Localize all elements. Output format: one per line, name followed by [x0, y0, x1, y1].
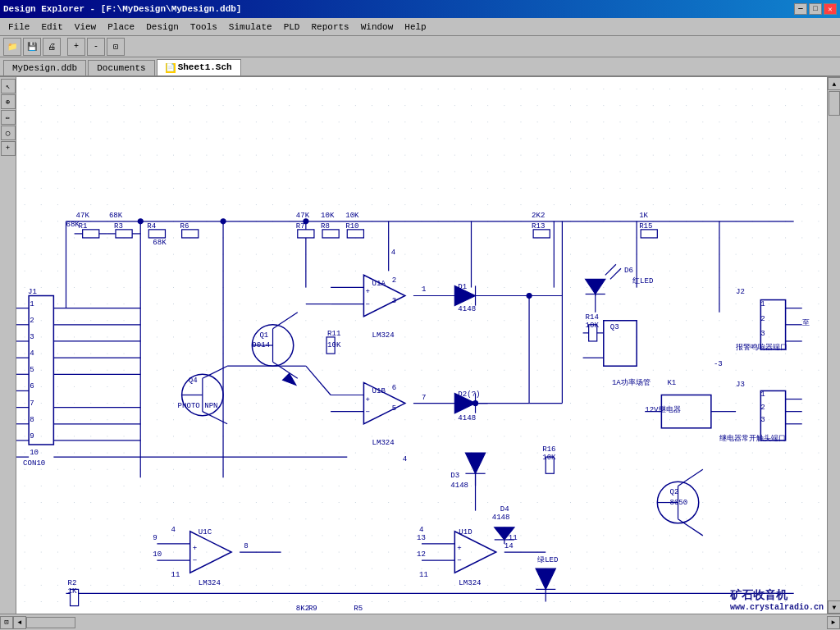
- svg-text:1: 1: [760, 390, 765, 399]
- left-tool-3[interactable]: ✏: [1, 110, 16, 125]
- toolbar-zoom-out[interactable]: -: [87, 38, 105, 56]
- h-scroll-thumb[interactable]: [26, 617, 75, 628]
- svg-text:R4: R4: [147, 221, 156, 231]
- svg-text:Q2: Q2: [669, 487, 678, 496]
- menu-tools[interactable]: Tools: [185, 21, 222, 34]
- svg-text:1K: 1K: [68, 587, 77, 596]
- svg-text:14: 14: [504, 541, 514, 550]
- svg-text:9: 9: [153, 533, 157, 542]
- menu-window[interactable]: Window: [356, 21, 399, 34]
- h-scroll-right-button[interactable]: ►: [827, 616, 840, 629]
- minimize-button[interactable]: —: [794, 3, 807, 15]
- svg-text:−: −: [365, 300, 369, 309]
- menu-help[interactable]: Help: [399, 21, 431, 34]
- menu-simulate[interactable]: Simulate: [224, 21, 277, 34]
- left-tool-4[interactable]: ◯: [1, 126, 16, 140]
- bottom-area: ⊡ ◄ ►: [0, 614, 840, 630]
- svg-text:20K: 20K: [352, 612, 366, 614]
- toolbar-print[interactable]: 🖨: [43, 38, 61, 56]
- h-scroll-track[interactable]: [26, 616, 827, 629]
- toolbar-save[interactable]: 💾: [23, 38, 41, 56]
- toolbar-fit[interactable]: ⊡: [107, 38, 125, 56]
- scroll-thumb[interactable]: [829, 91, 840, 116]
- menu-reports[interactable]: Reports: [306, 21, 354, 34]
- svg-text:9: 9: [30, 431, 34, 441]
- svg-text:6: 6: [392, 383, 396, 392]
- svg-text:D1: D1: [458, 282, 467, 291]
- left-tool-1[interactable]: ↖: [1, 79, 16, 94]
- left-tool-2[interactable]: ⊕: [1, 94, 16, 109]
- svg-point-132: [138, 219, 143, 224]
- svg-text:U1A: U1A: [372, 279, 386, 288]
- menu-design[interactable]: Design: [141, 21, 184, 34]
- svg-text:R1: R1: [79, 221, 88, 231]
- menu-pld[interactable]: PLD: [279, 21, 305, 34]
- svg-text:继电器常开触头端口: 继电器常开触头端口: [719, 434, 786, 443]
- menu-file[interactable]: File: [3, 21, 34, 34]
- svg-text:D6: D6: [624, 266, 633, 275]
- maximize-button[interactable]: □: [809, 3, 822, 15]
- svg-text:CON10: CON10: [23, 459, 45, 468]
- svg-text:+: +: [457, 544, 461, 553]
- svg-text:PHOTO NPN: PHOTO NPN: [178, 401, 218, 410]
- svg-text:红LED: 红LED: [632, 276, 653, 285]
- scroll-down-button[interactable]: ▼: [828, 600, 840, 614]
- svg-text:R11: R11: [327, 329, 340, 338]
- close-button[interactable]: ✕: [824, 3, 837, 15]
- title-text: Design Explorer - [F:\MyDesign\MyDesign.…: [3, 4, 241, 14]
- svg-text:1: 1: [760, 299, 765, 308]
- svg-text:8: 8: [30, 415, 34, 424]
- svg-text:5: 5: [30, 365, 34, 374]
- svg-point-133: [221, 219, 226, 224]
- svg-text:10K: 10K: [586, 321, 600, 330]
- svg-text:J3: J3: [736, 380, 745, 389]
- svg-rect-111: [182, 230, 199, 238]
- svg-text:2: 2: [30, 316, 34, 325]
- svg-text:绿LED: 绿LED: [537, 555, 558, 564]
- tab-documents[interactable]: Documents: [88, 60, 154, 75]
- tab-bar: MyDesign.ddb Documents 📄Sheet1.Sch: [0, 57, 840, 77]
- tab-sheet1[interactable]: 📄Sheet1.Sch: [157, 59, 241, 75]
- svg-rect-107: [116, 230, 132, 238]
- toolbar-zoom-in[interactable]: +: [67, 38, 85, 56]
- svg-text:R10: R10: [345, 221, 358, 231]
- svg-rect-118: [641, 230, 657, 238]
- svg-text:4: 4: [391, 248, 395, 257]
- bottom-left-btn[interactable]: ⊡: [0, 616, 13, 629]
- svg-text:11: 11: [509, 533, 518, 542]
- menu-place[interactable]: Place: [103, 21, 139, 34]
- svg-text:U1B: U1B: [372, 386, 386, 395]
- svg-text:-3: -3: [714, 359, 723, 368]
- svg-text:47K: 47K: [296, 211, 310, 220]
- scroll-track[interactable]: [828, 90, 840, 600]
- tab-mydesign[interactable]: MyDesign.ddb: [3, 60, 86, 75]
- schematic-canvas[interactable]: J1 1 2 3 4 5 6 7 8 9 10 CON10 R1 R3 R4 R…: [16, 77, 827, 614]
- svg-text:3: 3: [760, 415, 765, 424]
- svg-text:2: 2: [392, 276, 396, 285]
- menu-view[interactable]: View: [70, 21, 101, 34]
- svg-text:3: 3: [392, 296, 396, 305]
- left-tool-5[interactable]: +: [1, 141, 16, 156]
- toolbar-open[interactable]: 📁: [3, 38, 21, 56]
- svg-text:4: 4: [30, 349, 34, 358]
- svg-text:4148: 4148: [492, 513, 510, 522]
- svg-text:D4: D4: [500, 504, 509, 514]
- svg-text:U1C: U1C: [199, 527, 212, 536]
- svg-text:2K2: 2K2: [532, 211, 545, 220]
- svg-text:10K: 10K: [345, 211, 359, 220]
- svg-text:报警鸣响器端口: 报警鸣响器端口: [735, 343, 788, 352]
- svg-text:10K: 10K: [542, 453, 556, 462]
- svg-text:LM324: LM324: [199, 578, 221, 587]
- menu-bar: File Edit View Place Design Tools Simula…: [0, 18, 840, 36]
- svg-rect-112: [298, 230, 314, 238]
- svg-text:1: 1: [422, 285, 426, 294]
- svg-text:1: 1: [30, 299, 34, 308]
- svg-text:10: 10: [30, 448, 39, 457]
- h-scroll-left-button[interactable]: ◄: [13, 616, 26, 629]
- svg-text:12: 12: [417, 550, 426, 559]
- svg-text:−: −: [193, 556, 197, 565]
- svg-rect-113: [322, 230, 339, 238]
- menu-edit[interactable]: Edit: [36, 21, 67, 34]
- scroll-up-button[interactable]: ▲: [828, 77, 840, 90]
- svg-rect-110: [148, 230, 165, 238]
